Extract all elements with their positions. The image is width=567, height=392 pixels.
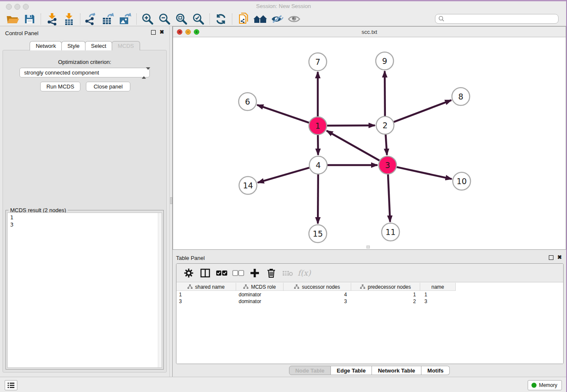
cell-successor-nodes: 4 [284, 291, 351, 298]
tab-select[interactable]: Select [85, 41, 112, 50]
tab-motifs[interactable]: Motifs [421, 366, 450, 375]
list-icon [7, 382, 15, 389]
mcds-result-textarea[interactable]: 1 3 [7, 213, 162, 368]
import-network-button[interactable] [44, 13, 61, 25]
open-session-button[interactable] [4, 13, 21, 25]
home-view-button[interactable] [252, 13, 269, 25]
graph-node-label-8: 8 [458, 92, 463, 101]
close-panel-button[interactable]: Close panel [86, 82, 130, 91]
graph-edge-3-10[interactable] [396, 167, 451, 179]
hide-view-button[interactable] [269, 13, 286, 25]
graph-edge-2-9[interactable] [385, 71, 385, 116]
hierarchy-icon [360, 284, 365, 289]
column-header-shared-name[interactable]: shared name [176, 283, 236, 291]
duplicate-network-icon [237, 12, 250, 26]
show-panels-button[interactable] [5, 380, 17, 390]
float-panel-icon[interactable] [151, 30, 156, 35]
graph-edge-2-8[interactable] [394, 100, 451, 122]
close-panel-icon[interactable]: ✖ [160, 29, 164, 35]
memory-button[interactable]: Memory [528, 380, 562, 390]
table-panel: Table Panel ✖ [173, 252, 566, 377]
function-builder-button[interactable]: f(x) [298, 267, 311, 279]
table-toolbar: f(x) [176, 264, 563, 282]
cell-successor-nodes: 3 [284, 298, 351, 305]
select-all-columns-button[interactable] [215, 267, 228, 279]
save-session-button[interactable] [21, 13, 38, 25]
table-body: 1 dominator 4 1 1 3 dominator 3 2 3 [176, 291, 563, 364]
column-label: predecessor nodes [368, 284, 411, 290]
import-table-icon [63, 13, 75, 25]
vertical-splitter[interactable] [169, 26, 173, 377]
tab-node-table[interactable]: Node Table [289, 366, 331, 375]
split-view-button[interactable] [199, 267, 212, 279]
tab-style[interactable]: Style [61, 41, 85, 50]
zoom-fit-icon [175, 13, 188, 25]
run-mcds-button[interactable]: Run MCDS [40, 82, 80, 91]
graph-node-label-1: 1 [315, 121, 320, 130]
export-table-icon [101, 13, 116, 25]
export-table-button[interactable] [100, 13, 117, 25]
delete-row-button[interactable] [265, 267, 278, 279]
zoom-out-button[interactable] [156, 13, 173, 25]
tab-network[interactable]: Network [30, 41, 62, 50]
export-network-button[interactable] [83, 13, 100, 25]
status-bar: Memory [0, 377, 567, 392]
import-table-button[interactable] [61, 13, 77, 25]
float-table-panel-icon[interactable] [549, 255, 553, 260]
criterion-select[interactable]: strongly connected component [19, 68, 150, 77]
graph-edge-2-3[interactable] [385, 135, 387, 155]
table-panel-title: Table Panel [176, 255, 205, 261]
unchecked-boxes-icon [232, 270, 244, 276]
select-stepper-icon [142, 70, 146, 76]
eye-slash-icon [270, 14, 284, 24]
tab-mcds[interactable]: MCDS [112, 41, 140, 50]
zoom-fit-button[interactable] [173, 13, 190, 25]
graph-edge-1-2[interactable] [327, 125, 375, 126]
fx-icon: f(x) [298, 268, 311, 277]
graph-edge-4-14[interactable] [258, 168, 309, 182]
column-header-mcds-role[interactable]: MCDS role [236, 283, 284, 291]
graph-edge-1-4[interactable] [318, 135, 318, 155]
add-row-button[interactable] [248, 267, 261, 279]
column-header-predecessor-nodes[interactable]: predecessor nodes [351, 283, 420, 291]
graph-edge-4-15[interactable] [318, 174, 318, 224]
memory-label: Memory [539, 382, 557, 388]
delete-table-button[interactable] [281, 267, 294, 279]
graph-edge-1-6[interactable] [257, 105, 309, 123]
column-header-name[interactable]: name [420, 283, 456, 291]
network-window-titlebar[interactable]: ✕ − + scc.txt [173, 27, 566, 37]
duplicate-network-button[interactable] [235, 13, 252, 25]
network-canvas[interactable]: 7968124314101511 [173, 37, 566, 249]
table-row[interactable]: 1 dominator 4 1 1 [176, 291, 563, 298]
deselect-all-columns-button[interactable] [232, 267, 245, 279]
gear-icon [184, 268, 194, 278]
refresh-layout-button[interactable] [212, 13, 229, 25]
toolbar-separator [41, 14, 41, 25]
graph-edge-3-11[interactable] [388, 174, 390, 222]
column-header-successor-nodes[interactable]: successor nodes [284, 283, 351, 291]
network-view-window: ✕ − + scc.txt 7968124314101511 [173, 26, 566, 250]
zoom-in-button[interactable] [139, 13, 156, 25]
result-line: 1 [10, 214, 162, 221]
tab-network-table[interactable]: Network Table [372, 366, 421, 375]
table-settings-button[interactable] [182, 267, 195, 279]
graph-edge-3-1[interactable] [327, 131, 380, 160]
toolbar-separator [80, 14, 80, 25]
search-input[interactable] [435, 14, 559, 24]
network-resize-handle[interactable] [366, 246, 370, 248]
table-tabs: Node Table Edge Table Network Table Moti… [173, 366, 566, 375]
tab-edge-table[interactable]: Edge Table [331, 366, 372, 375]
result-scrollbar[interactable] [158, 213, 162, 367]
splitter-handle[interactable] [170, 197, 172, 204]
table-row[interactable]: 3 dominator 3 2 3 [176, 298, 563, 305]
zoom-selected-button[interactable] [190, 13, 207, 25]
show-view-button[interactable] [286, 13, 303, 25]
eye-icon [287, 14, 301, 24]
export-image-button[interactable] [117, 13, 134, 25]
graph-node-label-10: 10 [457, 177, 467, 186]
control-panel-tabs: Network Style Select MCDS [0, 41, 169, 50]
column-label: successor nodes [302, 284, 340, 290]
close-table-panel-icon[interactable]: ✖ [557, 254, 562, 260]
memory-status-dot [531, 383, 537, 388]
control-panel: Control Panel ✖ Network Style Select MCD… [0, 26, 169, 377]
